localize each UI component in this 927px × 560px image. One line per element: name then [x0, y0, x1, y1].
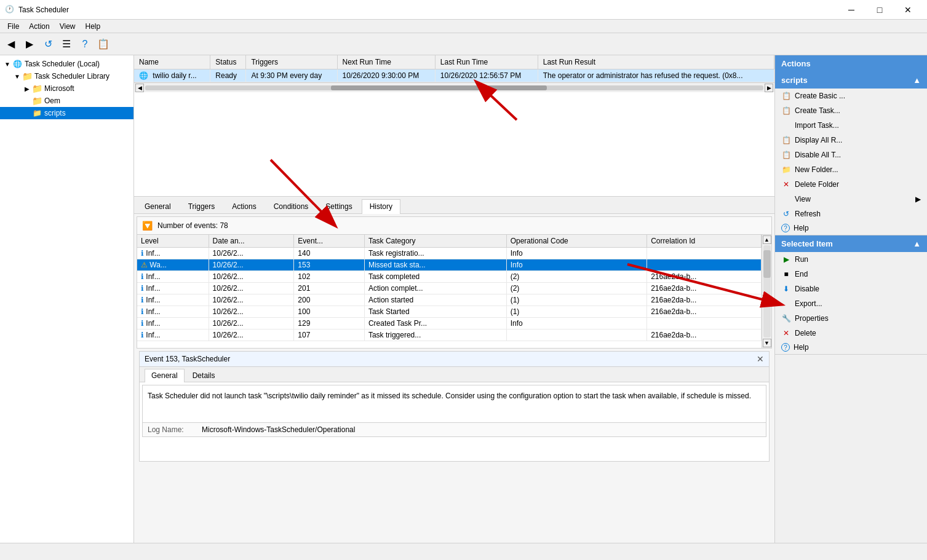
- event-title-bar: Event 153, TaskScheduler ✕: [140, 352, 769, 367]
- toolbar-clipboard[interactable]: 📋: [95, 36, 112, 53]
- scroll-right-btn[interactable]: ▶: [765, 84, 773, 92]
- history-table-row[interactable]: ℹ Inf... 10/26/2... 100 Task Started (1)…: [137, 306, 762, 318]
- cell-last-run: 10/26/2020 12:56:57 PM: [435, 69, 538, 82]
- horizontal-scrollbar[interactable]: ◀ ▶: [134, 82, 774, 92]
- menu-help[interactable]: Help: [81, 21, 106, 32]
- log-name-label: Log Name:: [148, 425, 197, 434]
- tab-triggers[interactable]: Triggers: [180, 199, 223, 213]
- hist-cell-event: 140: [294, 248, 365, 259]
- toolbar-help[interactable]: ?: [76, 36, 93, 53]
- vscroll-track[interactable]: [763, 245, 771, 337]
- history-table-row[interactable]: ℹ Inf... 10/26/2... 129 Created Task Pr.…: [137, 318, 762, 329]
- hist-cell-event: 129: [294, 318, 365, 329]
- history-table-row[interactable]: ℹ Inf... 10/26/2... 201 Action complet..…: [137, 283, 762, 294]
- sidebar-item-oem[interactable]: ▶ 📁 Oem: [0, 95, 133, 107]
- sidebar-item-library[interactable]: ▼ 📁 Task Scheduler Library: [0, 70, 133, 82]
- action-new-folder[interactable]: 📁 New Folder...: [775, 162, 927, 177]
- col-triggers[interactable]: Triggers: [246, 55, 337, 69]
- action-delete[interactable]: ✕ Delete: [775, 326, 927, 341]
- history-vscroll[interactable]: ▲ ▼: [762, 235, 771, 348]
- toolbar-list[interactable]: ☰: [58, 36, 75, 53]
- cell-name: 🌐 twilio daily r...: [134, 69, 210, 82]
- history-table-row[interactable]: ℹ Inf... 10/26/2... 140 Task registratio…: [137, 248, 762, 259]
- history-table-row[interactable]: ℹ Inf... 10/26/2... 200 Action started (…: [137, 294, 762, 306]
- history-table-row[interactable]: ℹ Inf... 10/26/2... 102 Task completed (…: [137, 271, 762, 283]
- table-row[interactable]: 🌐 twilio daily r... Ready At 9:30 PM eve…: [134, 69, 774, 82]
- toolbar-refresh[interactable]: ↺: [39, 36, 57, 53]
- event-close-button[interactable]: ✕: [757, 354, 764, 364]
- action-delete-folder[interactable]: ✕ Delete Folder: [775, 177, 927, 192]
- action-refresh[interactable]: ↺ Refresh: [775, 207, 927, 221]
- history-table-row[interactable]: ℹ Inf... 10/26/2... 107 Task triggered..…: [137, 329, 762, 341]
- action-export[interactable]: Export...: [775, 296, 927, 311]
- vscroll-up[interactable]: ▲: [763, 235, 771, 244]
- hist-col-event[interactable]: Event...: [294, 235, 365, 248]
- sidebar-label-local: Task Scheduler (Local): [25, 60, 100, 68]
- end-label: End: [795, 270, 808, 278]
- status-bar: [0, 543, 927, 560]
- hist-cell-opcode: (2): [506, 271, 647, 283]
- action-create-basic[interactable]: 📋 Create Basic ...: [775, 89, 927, 103]
- history-table-row[interactable]: ⚠ Wa... 10/26/2... 153 Missed task sta..…: [137, 259, 762, 271]
- toolbar-forward[interactable]: ▶: [21, 36, 38, 53]
- action-disable-all[interactable]: 📋 Disable All T...: [775, 148, 927, 162]
- action-create-task[interactable]: 📋 Create Task...: [775, 103, 927, 118]
- hist-col-level[interactable]: Level: [137, 235, 209, 248]
- col-status[interactable]: Status: [210, 55, 246, 69]
- tab-history[interactable]: History: [362, 199, 400, 214]
- col-result[interactable]: Last Run Result: [538, 55, 774, 69]
- col-next-run[interactable]: Next Run Time: [337, 55, 435, 69]
- menu-action[interactable]: Action: [24, 21, 54, 32]
- hist-col-category[interactable]: Task Category: [364, 235, 506, 248]
- tab-conditions[interactable]: Conditions: [266, 199, 317, 213]
- tree-toggle: ▼: [2, 61, 12, 68]
- action-view[interactable]: View ▶: [775, 192, 927, 207]
- minimize-button[interactable]: ─: [837, 0, 865, 20]
- vscroll-thumb: [763, 250, 771, 278]
- hist-col-corrid[interactable]: Correlation Id: [647, 235, 762, 248]
- create-basic-label: Create Basic ...: [795, 92, 845, 100]
- hist-cell-date: 10/26/2...: [209, 306, 294, 318]
- history-table-wrapper[interactable]: Level Date an... Event... Task Category …: [137, 235, 762, 348]
- new-folder-label: New Folder...: [795, 165, 838, 174]
- action-run[interactable]: ▶ Run: [775, 252, 927, 267]
- import-task-label: Import Task...: [795, 121, 839, 130]
- sidebar-item-microsoft[interactable]: ▶ 📁 Microsoft: [0, 82, 133, 95]
- tab-settings[interactable]: Settings: [317, 199, 360, 213]
- hist-cell-level: ℹ Inf...: [137, 283, 209, 294]
- vscroll-down[interactable]: ▼: [763, 339, 771, 347]
- scrollbar-track[interactable]: [145, 85, 763, 90]
- menu-view[interactable]: View: [55, 21, 81, 32]
- menu-file[interactable]: File: [2, 21, 24, 32]
- action-help-item[interactable]: ? Help: [775, 341, 927, 354]
- sidebar-item-task-scheduler-local[interactable]: ▼ 🌐 Task Scheduler (Local): [0, 58, 133, 70]
- close-button[interactable]: ✕: [894, 0, 922, 20]
- hist-cell-category: Task registratio...: [364, 248, 506, 259]
- restore-button[interactable]: □: [865, 0, 894, 20]
- view-icon: [781, 194, 791, 204]
- toolbar-back[interactable]: ◀: [2, 36, 20, 53]
- selected-item-header[interactable]: Selected Item ▲: [775, 235, 927, 252]
- sidebar-item-scripts[interactable]: ▶ 📁 scripts: [0, 107, 133, 119]
- action-disable[interactable]: ⬇ Disable: [775, 282, 927, 296]
- col-name[interactable]: Name: [134, 55, 210, 69]
- tab-actions[interactable]: Actions: [224, 199, 264, 213]
- disable-all-icon: 📋: [781, 150, 791, 160]
- action-properties[interactable]: 🔧 Properties: [775, 311, 927, 326]
- hist-cell-category: Created Task Pr...: [364, 318, 506, 329]
- event-tab-general[interactable]: General: [145, 369, 185, 382]
- tab-general[interactable]: General: [137, 199, 179, 213]
- tabs-bar: General Triggers Actions Conditions Sett…: [134, 197, 774, 214]
- action-import-task[interactable]: Import Task...: [775, 118, 927, 133]
- scripts-section-header[interactable]: scripts ▲: [775, 72, 927, 89]
- event-tab-details[interactable]: Details: [186, 369, 222, 382]
- action-help-scripts[interactable]: ? Help: [775, 221, 927, 235]
- scroll-left-btn[interactable]: ◀: [135, 84, 144, 92]
- hist-col-date[interactable]: Date an...: [209, 235, 294, 248]
- col-last-run[interactable]: Last Run Time: [435, 55, 538, 69]
- hist-col-opcode[interactable]: Operational Code: [506, 235, 647, 248]
- create-task-label: Create Task...: [795, 106, 840, 115]
- action-display-all[interactable]: 📋 Display All R...: [775, 133, 927, 148]
- action-end[interactable]: ■ End: [775, 267, 927, 282]
- hist-cell-event: 100: [294, 306, 365, 318]
